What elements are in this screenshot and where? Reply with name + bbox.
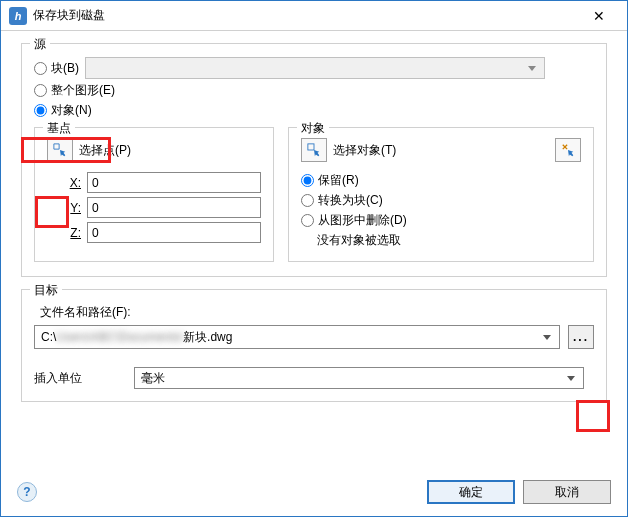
y-label: Y: [47,201,81,215]
radio-delete[interactable] [301,214,314,227]
y-input[interactable] [87,197,261,218]
objects-fieldset: 对象 选择对象(T) 保留(R) 转换为块(C) 从图形中删除(D) 没有对象被… [288,127,594,262]
browse-button[interactable]: ... [568,325,594,349]
basepoint-legend: 基点 [43,120,75,137]
pick-point-button[interactable] [47,138,73,162]
source-fieldset: 源 块(B) 整个图形(E) 对象(N) 基点 选择点(P) [21,43,607,277]
objects-legend: 对象 [297,120,329,137]
quick-select-button[interactable] [555,138,581,162]
radio-objects[interactable] [34,104,47,117]
z-input[interactable] [87,222,261,243]
block-combo[interactable] [85,57,545,79]
radio-convert-label: 转换为块(C) [318,192,383,209]
app-icon: h [9,7,27,25]
quick-select-icon [561,143,575,157]
select-objects-button[interactable] [301,138,327,162]
radio-convert[interactable] [301,194,314,207]
target-legend: 目标 [30,282,62,299]
units-value: 毫米 [141,370,165,387]
radio-retain[interactable] [301,174,314,187]
target-fieldset: 目标 文件名和路径(F): C:\Users\ABC\Documents\新块.… [21,289,607,402]
radio-block-label: 块(B) [51,60,79,77]
radio-delete-label: 从图形中删除(D) [318,212,407,229]
ok-button[interactable]: 确定 [427,480,515,504]
path-suffix: 新块.dwg [183,329,232,346]
path-combo[interactable]: C:\Users\ABC\Documents\新块.dwg [34,325,560,349]
path-mid-blurred: Users\ABC\Documents\ [56,330,183,344]
window-title: 保存块到磁盘 [33,7,579,24]
x-input[interactable] [87,172,261,193]
pick-point-icon [53,143,67,157]
select-objects-icon [307,143,321,157]
radio-retain-label: 保留(R) [318,172,359,189]
z-label: Z: [47,226,81,240]
units-combo[interactable]: 毫米 [134,367,584,389]
close-button[interactable]: ✕ [579,2,619,30]
units-label: 插入单位 [34,370,134,387]
svg-rect-0 [308,144,314,150]
path-label: 文件名和路径(F): [40,304,594,321]
path-prefix: C:\ [41,330,56,344]
help-button[interactable]: ? [17,482,37,502]
select-objects-label: 选择对象(T) [333,142,396,159]
radio-block[interactable] [34,62,47,75]
basepoint-fieldset: 基点 选择点(P) X: Y: Z: [34,127,274,262]
pick-point-label: 选择点(P) [79,142,131,159]
cancel-button[interactable]: 取消 [523,480,611,504]
radio-entire-label: 整个图形(E) [51,82,115,99]
radio-objects-label: 对象(N) [51,102,92,119]
x-label: X: [47,176,81,190]
selection-status: 没有对象被选取 [317,232,581,249]
title-bar: h 保存块到磁盘 ✕ [1,1,627,31]
highlight-browse [576,400,610,432]
radio-entire-drawing[interactable] [34,84,47,97]
bottom-bar: ? 确定 取消 [17,480,611,504]
source-legend: 源 [30,36,50,53]
